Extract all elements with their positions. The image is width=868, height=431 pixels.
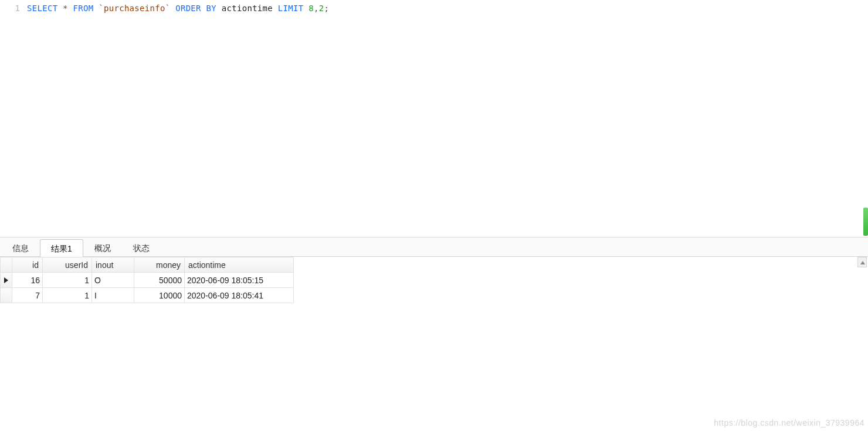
tab-status[interactable]: 状态 <box>122 239 161 256</box>
table-name: `purchaseinfo` <box>99 4 170 13</box>
col-header-money[interactable]: money <box>134 257 185 273</box>
col-header-inout[interactable]: inout <box>92 257 134 273</box>
sql-code[interactable]: SELECT * FROM `purchaseinfo` ORDER BY ac… <box>27 0 868 237</box>
header-row: id userId inout money actiontime <box>1 257 294 273</box>
row-indicator-header <box>1 257 12 273</box>
cell-money[interactable]: 50000 <box>134 273 185 288</box>
watermark-text: https://blog.csdn.net/weixin_37939964 <box>714 418 864 427</box>
cell-userId[interactable]: 1 <box>43 273 92 288</box>
table-row[interactable]: 16 1 O 50000 2020-06-09 18:05:15 <box>1 273 294 288</box>
kw-limit: LIMIT <box>278 4 304 13</box>
kw-order: ORDER <box>175 4 201 13</box>
order-col: actiontime <box>222 4 273 13</box>
cell-userId[interactable]: 1 <box>43 288 92 303</box>
current-row-indicator-icon <box>1 273 12 288</box>
limit-offset: 8 <box>308 4 314 13</box>
result-grid-wrap: id userId inout money actiontime 16 1 O … <box>0 257 868 431</box>
kw-by: BY <box>206 4 216 13</box>
col-label: money <box>156 260 181 270</box>
cell-actiontime[interactable]: 2020-06-09 18:05:15 <box>185 273 294 288</box>
editor-change-indicator <box>863 208 868 236</box>
col-label: actiontime <box>188 260 226 270</box>
star: * <box>63 4 68 13</box>
result-tabs: 信息 结果1 概况 状态 <box>0 237 868 257</box>
editor-line-gutter: 1 <box>0 0 25 237</box>
line-number: 1 <box>15 4 20 13</box>
cell-money[interactable]: 10000 <box>134 288 185 303</box>
cell-id[interactable]: 7 <box>12 288 43 303</box>
comma: , <box>314 4 319 13</box>
kw-from: FROM <box>73 4 94 13</box>
result-table[interactable]: id userId inout money actiontime 16 1 O … <box>0 257 294 303</box>
row-indicator <box>1 288 12 303</box>
col-header-id[interactable]: id <box>12 257 43 273</box>
semicolon: ; <box>324 4 329 13</box>
tab-label: 结果1 <box>51 244 72 253</box>
kw-select: SELECT <box>27 4 57 13</box>
tab-info[interactable]: 信息 <box>1 239 40 256</box>
tab-result1[interactable]: 结果1 <box>40 239 83 257</box>
col-label: userId <box>65 260 88 270</box>
sql-editor-pane[interactable]: 1 SELECT * FROM `purchaseinfo` ORDER BY … <box>0 0 868 237</box>
cell-inout[interactable]: I <box>92 288 134 303</box>
col-label: id <box>32 260 39 270</box>
col-header-userId[interactable]: userId <box>43 257 92 273</box>
tab-profile[interactable]: 概况 <box>83 239 122 256</box>
results-scroll-up-icon[interactable] <box>857 257 867 267</box>
cell-id[interactable]: 16 <box>12 273 43 288</box>
tab-label: 信息 <box>12 243 29 253</box>
cell-inout[interactable]: O <box>92 273 134 288</box>
col-label: inout <box>96 260 113 270</box>
table-row[interactable]: 7 1 I 10000 2020-06-09 18:05:41 <box>1 288 294 303</box>
tab-label: 状态 <box>133 243 150 253</box>
cell-actiontime[interactable]: 2020-06-09 18:05:41 <box>185 288 294 303</box>
col-header-actiontime[interactable]: actiontime <box>185 257 294 273</box>
tab-label: 概况 <box>94 243 111 253</box>
